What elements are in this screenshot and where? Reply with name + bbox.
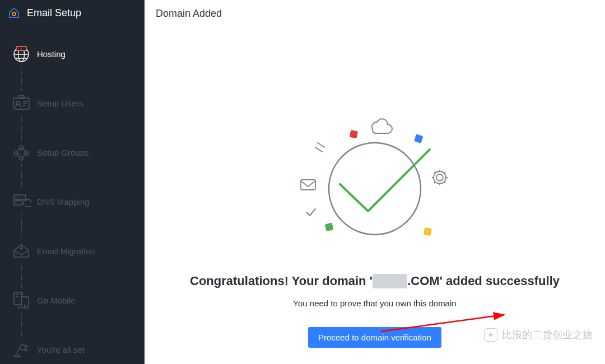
svg-point-17 [329, 143, 421, 235]
success-illustration [291, 117, 459, 274]
headline-suffix: .COM' added successfully [407, 274, 560, 288]
svg-rect-18 [350, 130, 358, 138]
page-title: Domain Added [145, 0, 605, 27]
headline-prefix: Congratulations! Your domain ' [190, 274, 373, 288]
setup-sidebar: Email Setup Hosting [0, 0, 145, 364]
app-logo-icon [8, 7, 20, 19]
svg-point-0 [12, 12, 16, 16]
sidebar-item-label: Hosting [37, 49, 66, 59]
sidebar-item-hosting[interactable]: Hosting [6, 29, 145, 78]
sidebar-item-label: Email Migration [37, 246, 95, 256]
svg-point-7 [16, 101, 20, 105]
sidebar-item-dns-mapping[interactable]: DNS Mapping [6, 177, 145, 226]
svg-rect-14 [14, 292, 21, 305]
success-subline: You need to prove that you own this doma… [293, 298, 456, 308]
svg-point-23 [434, 171, 446, 184]
svg-rect-19 [414, 134, 423, 143]
sidebar-item-label: DNS Mapping [37, 197, 89, 207]
sidebar-item-label: You're all set [37, 345, 85, 354]
svg-point-11 [20, 157, 23, 160]
sidebar-item-label: Setup Groups [37, 148, 89, 157]
dns-cloud-icon [6, 190, 37, 213]
proceed-verification-button[interactable]: Proceed to domain verification [308, 327, 441, 348]
sidebar-item-setup-users[interactable]: Setup Users [6, 78, 145, 128]
main-panel: Domain Added [145, 0, 605, 364]
sidebar-header: Email Setup [0, 0, 145, 29]
sidebar-item-all-set[interactable]: You're all set [6, 325, 145, 364]
user-badge-icon [6, 91, 37, 115]
flag-icon [6, 338, 37, 361]
svg-point-16 [25, 305, 26, 306]
group-icon [6, 141, 37, 164]
headline-domain-masked: ████ [373, 274, 407, 288]
svg-point-10 [25, 152, 29, 155]
globe-www-icon [6, 42, 37, 66]
sidebar-item-go-mobile[interactable]: Go Mobile [6, 276, 145, 325]
inbox-arrow-icon [6, 239, 37, 263]
mobile-sync-icon [6, 288, 37, 312]
sidebar-item-email-migration[interactable]: Email Migration [6, 226, 145, 276]
svg-rect-21 [325, 222, 334, 231]
content-area: Congratulations! Your domain '████.COM' … [145, 27, 605, 364]
setup-steps: Hosting Setup Users [0, 29, 145, 364]
svg-point-9 [14, 152, 17, 155]
svg-rect-20 [424, 227, 432, 236]
success-headline: Congratulations! Your domain '████.COM' … [190, 274, 560, 288]
sidebar-item-setup-groups[interactable]: Setup Groups [6, 128, 145, 177]
svg-point-22 [436, 174, 443, 181]
svg-rect-24 [301, 180, 315, 190]
svg-point-8 [20, 146, 23, 149]
sidebar-title: Email Setup [27, 7, 81, 19]
sidebar-item-label: Go Mobile [37, 296, 75, 305]
sidebar-item-label: Setup Users [37, 99, 83, 108]
